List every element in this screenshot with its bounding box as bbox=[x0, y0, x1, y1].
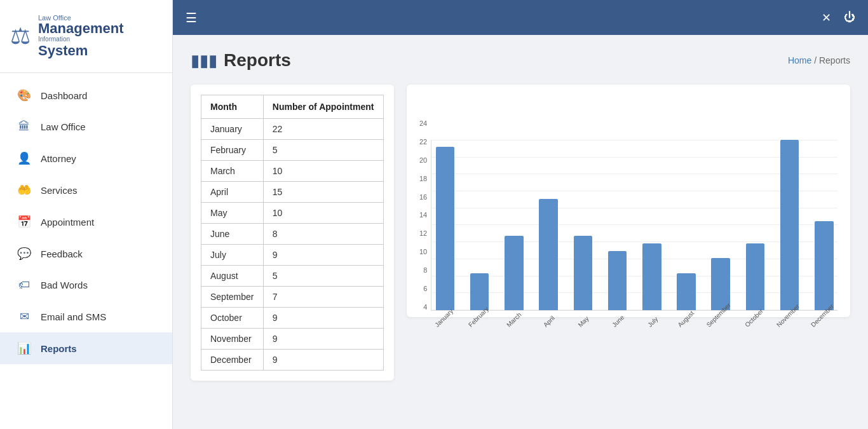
reports-title-icon: ▮▮▮ bbox=[191, 51, 217, 71]
count-cell: 10 bbox=[263, 161, 383, 182]
count-cell: 9 bbox=[263, 350, 383, 371]
page-title: Reports bbox=[224, 50, 291, 71]
count-cell: 9 bbox=[263, 245, 383, 266]
table-card: Month Number of Appointment January 22 F… bbox=[191, 85, 394, 381]
month-cell: May bbox=[201, 203, 264, 224]
count-cell: 7 bbox=[263, 287, 383, 308]
count-cell: 8 bbox=[263, 224, 383, 245]
chart-container: 2422201816141210864 JanuaryFebruaryMarch… bbox=[419, 95, 837, 311]
sidebar-item-services[interactable]: 🤲 Services bbox=[0, 174, 172, 206]
bar-october bbox=[746, 243, 765, 310]
month-cell: July bbox=[201, 245, 264, 266]
bar-group: October bbox=[742, 243, 768, 310]
table-row: January 22 bbox=[201, 119, 384, 140]
count-cell: 15 bbox=[263, 182, 383, 203]
sidebar-item-reports[interactable]: 📊 Reports bbox=[0, 332, 172, 364]
chart-y-axis: 2422201816141210864 bbox=[419, 120, 427, 311]
y-axis-label: 18 bbox=[419, 175, 427, 182]
sidebar-item-label-reports: Reports bbox=[41, 343, 77, 354]
sidebar-item-label-attorney: Attorney bbox=[41, 153, 76, 164]
col-number-header: Number of Appointment bbox=[263, 95, 383, 119]
bar-group: January bbox=[431, 147, 458, 310]
sidebar-item-label-feedback: Feedback bbox=[41, 249, 83, 259]
table-row: May 10 bbox=[201, 203, 384, 224]
bar-june bbox=[608, 251, 627, 310]
breadcrumb-current: Reports bbox=[819, 55, 850, 65]
bar-july bbox=[642, 243, 661, 310]
bar-group: April bbox=[535, 199, 562, 310]
month-cell: February bbox=[201, 140, 264, 161]
sidebar-item-feedback[interactable]: 💬 Feedback bbox=[0, 238, 172, 269]
y-axis-label: 22 bbox=[419, 139, 427, 146]
sidebar: ⚖ Law Office Management Information Syst… bbox=[0, 0, 173, 429]
feedback-nav-icon: 💬 bbox=[15, 247, 33, 261]
bar-label-march: March bbox=[505, 311, 522, 328]
page-title-group: ▮▮▮ Reports bbox=[191, 50, 291, 71]
count-cell: 10 bbox=[263, 203, 383, 224]
y-axis-label: 6 bbox=[419, 285, 427, 292]
bar-january bbox=[436, 147, 455, 310]
count-cell: 9 bbox=[263, 329, 383, 350]
main-content: ☰ ✕ ⏻ ▮▮▮ Reports Home / Reports bbox=[173, 0, 868, 429]
breadcrumb-home-link[interactable]: Home bbox=[788, 55, 811, 65]
bar-group: December bbox=[811, 221, 837, 310]
table-row: October 9 bbox=[201, 308, 384, 329]
sidebar-item-attorney[interactable]: 👤 Attorney bbox=[0, 142, 172, 174]
logo-scales-icon: ⚖ bbox=[10, 23, 31, 50]
appointment-nav-icon: 📅 bbox=[15, 215, 33, 229]
dashboard-nav-icon: 🎨 bbox=[15, 88, 33, 102]
month-cell: December bbox=[201, 350, 264, 371]
attorney-nav-icon: 👤 bbox=[15, 151, 33, 165]
bar-group: June bbox=[604, 251, 630, 310]
chart-card: 2422201816141210864 JanuaryFebruaryMarch… bbox=[407, 85, 850, 317]
month-cell: November bbox=[201, 329, 264, 350]
bar-december bbox=[815, 221, 834, 310]
power-icon[interactable]: ⏻ bbox=[844, 11, 855, 25]
month-cell: April bbox=[201, 182, 264, 203]
y-axis-label: 14 bbox=[419, 212, 427, 219]
bar-august bbox=[677, 273, 696, 310]
sidebar-item-label-bad-words: Bad Words bbox=[41, 280, 88, 290]
close-icon[interactable]: ✕ bbox=[822, 11, 831, 25]
table-row: March 10 bbox=[201, 161, 384, 182]
table-row: February 5 bbox=[201, 140, 384, 161]
sidebar-item-label-services: Services bbox=[41, 185, 78, 196]
hamburger-button[interactable]: ☰ bbox=[186, 11, 197, 25]
bar-label-may: May bbox=[577, 315, 590, 329]
y-axis-label: 12 bbox=[419, 230, 427, 237]
table-row: August 5 bbox=[201, 266, 384, 287]
page-header: ▮▮▮ Reports Home / Reports bbox=[191, 50, 850, 71]
y-axis-label: 10 bbox=[419, 249, 427, 255]
sidebar-logo: ⚖ Law Office Management Information Syst… bbox=[0, 0, 172, 73]
logo-info: Information bbox=[38, 36, 123, 43]
bar-may bbox=[574, 236, 593, 310]
count-cell: 22 bbox=[263, 119, 383, 140]
month-cell: March bbox=[201, 161, 264, 182]
col-month-header: Month bbox=[201, 95, 264, 119]
sidebar-item-label-email-sms: Email and SMS bbox=[41, 311, 106, 322]
sidebar-item-appointment[interactable]: 📅 Appointment bbox=[0, 206, 172, 238]
y-axis-label: 24 bbox=[419, 120, 427, 127]
bar-label-january: January bbox=[434, 308, 455, 329]
y-axis-label: 8 bbox=[419, 267, 427, 274]
content-area: ▮▮▮ Reports Home / Reports Month Number … bbox=[173, 35, 868, 429]
bar-february bbox=[470, 273, 489, 310]
sidebar-item-email-sms[interactable]: ✉ Email and SMS bbox=[0, 301, 172, 332]
sidebar-item-dashboard[interactable]: 🎨 Dashboard bbox=[0, 79, 172, 111]
sidebar-item-bad-words[interactable]: 🏷 Bad Words bbox=[0, 269, 172, 301]
bar-label-july: July bbox=[646, 315, 659, 328]
sidebar-item-law-office[interactable]: 🏛 Law Office bbox=[0, 111, 172, 142]
table-row: December 9 bbox=[201, 350, 384, 371]
count-cell: 5 bbox=[263, 140, 383, 161]
month-cell: August bbox=[201, 266, 264, 287]
topbar: ☰ ✕ ⏻ bbox=[173, 0, 868, 35]
topbar-left: ☰ bbox=[186, 10, 197, 25]
law-office-nav-icon: 🏛 bbox=[15, 120, 33, 133]
reports-grid: Month Number of Appointment January 22 F… bbox=[191, 85, 850, 381]
table-row: November 9 bbox=[201, 329, 384, 350]
topbar-right: ✕ ⏻ bbox=[822, 11, 855, 25]
sidebar-item-label-appointment: Appointment bbox=[41, 217, 94, 228]
count-cell: 5 bbox=[263, 266, 383, 287]
bar-march bbox=[505, 236, 524, 310]
bar-group: August bbox=[673, 273, 700, 310]
